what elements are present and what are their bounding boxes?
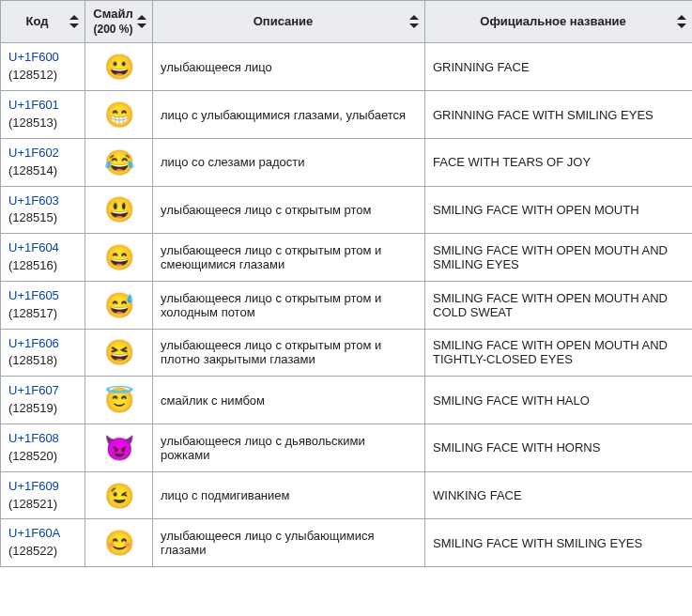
code-hex: U+1F609 <box>8 479 59 493</box>
cell-code: U+1F600(128512) <box>1 43 85 91</box>
cell-emoji: 😊 <box>85 519 153 567</box>
code-dec: (128522) <box>8 544 57 558</box>
cell-description: улыбающееся лицо с открытым ртом и плотн… <box>153 329 425 377</box>
col-header-emoji-label: Смайл <box>93 7 132 21</box>
col-header-code-label: Код <box>26 14 49 28</box>
cell-description: лицо с улыбающимися глазами, улыбается <box>153 91 425 139</box>
cell-code: U+1F602(128514) <box>1 138 85 186</box>
code-dec: (128520) <box>8 449 57 463</box>
table-row: U+1F608(128520)😈улыбающееся лицо с дьяво… <box>1 424 693 471</box>
cell-code: U+1F606(128518) <box>1 329 85 377</box>
cell-official-name: SMILING FACE WITH OPEN MOUTH AND SMILING… <box>425 234 693 282</box>
cell-description: улыбающееся лицо с открытым ртом и холод… <box>153 281 425 329</box>
code-dec: (128516) <box>8 258 57 272</box>
table-row: U+1F604(128516)😄улыбающееся лицо с откры… <box>1 234 693 282</box>
cell-description: смайлик с нимбом <box>153 377 425 424</box>
code-hex: U+1F602 <box>8 146 59 160</box>
cell-code: U+1F609(128521) <box>1 471 85 519</box>
cell-emoji: 😅 <box>85 281 153 329</box>
col-header-name-label: Официальное название <box>480 14 625 28</box>
table-row: U+1F601(128513)😁лицо с улыбающимися глаз… <box>1 91 693 139</box>
cell-official-name: WINKING FACE <box>425 471 693 519</box>
cell-emoji: 😁 <box>85 91 153 139</box>
code-dec: (128519) <box>8 401 57 415</box>
cell-official-name: SMILING FACE WITH HORNS <box>425 424 693 471</box>
cell-description: улыбающееся лицо с улыбающимися глазами <box>153 519 425 567</box>
cell-emoji: 😂 <box>85 138 153 186</box>
code-hex: U+1F603 <box>8 193 59 208</box>
cell-code: U+1F607(128519) <box>1 377 85 424</box>
emoji-table: Код Смайл (200 %) Описание Официальное н… <box>0 0 692 567</box>
cell-code: U+1F604(128516) <box>1 234 85 282</box>
table-row: U+1F605(128517)😅улыбающееся лицо с откры… <box>1 281 693 329</box>
cell-description: лицо со слезами радости <box>153 138 425 186</box>
cell-official-name: GRINNING FACE <box>425 43 693 91</box>
table-row: U+1F600(128512)😀улыбающееся лицоGRINNING… <box>1 43 693 91</box>
col-header-code[interactable]: Код <box>1 1 85 43</box>
cell-official-name: SMILING FACE WITH OPEN MOUTH <box>425 186 693 234</box>
code-dec: (128521) <box>8 497 57 511</box>
table-row: U+1F607(128519)😇смайлик с нимбомSMILING … <box>1 377 693 424</box>
cell-description: лицо с подмигиванием <box>153 471 425 519</box>
cell-code: U+1F605(128517) <box>1 281 85 329</box>
cell-official-name: GRINNING FACE WITH SMILING EYES <box>425 91 693 139</box>
cell-description: улыбающееся лицо <box>153 43 425 91</box>
col-header-name[interactable]: Официальное название <box>425 1 693 43</box>
col-header-desc-label: Описание <box>254 14 314 28</box>
cell-official-name: SMILING FACE WITH HALO <box>425 377 693 424</box>
col-header-emoji[interactable]: Смайл (200 %) <box>85 1 153 43</box>
sort-icon[interactable] <box>677 15 686 28</box>
table-row: U+1F609(128521)😉лицо с подмигиваниемWINK… <box>1 471 693 519</box>
cell-emoji: 😄 <box>85 234 153 282</box>
cell-emoji: 😇 <box>85 377 153 424</box>
code-hex: U+1F604 <box>8 240 59 254</box>
code-hex: U+1F60A <box>8 526 60 540</box>
cell-description: улыбающееся лицо с открытым ртом и смеющ… <box>153 234 425 282</box>
table-row: U+1F602(128514)😂лицо со слезами радостиF… <box>1 138 693 186</box>
code-hex: U+1F600 <box>8 50 59 64</box>
code-dec: (128514) <box>8 163 57 177</box>
col-header-desc[interactable]: Описание <box>153 1 425 43</box>
code-hex: U+1F606 <box>8 336 59 350</box>
code-dec: (128518) <box>8 353 57 367</box>
code-hex: U+1F601 <box>8 98 59 112</box>
cell-official-name: SMILING FACE WITH OPEN MOUTH AND COLD SW… <box>425 281 693 329</box>
cell-official-name: FACE WITH TEARS OF JOY <box>425 138 693 186</box>
cell-code: U+1F608(128520) <box>1 424 85 471</box>
sort-icon[interactable] <box>69 15 79 28</box>
col-header-emoji-sub: (200 %) <box>93 23 133 38</box>
cell-code: U+1F603(128515) <box>1 186 85 234</box>
table-row: U+1F606(128518)😆улыбающееся лицо с откры… <box>1 329 693 377</box>
cell-code: U+1F60A(128522) <box>1 519 85 567</box>
cell-emoji: 😃 <box>85 186 153 234</box>
code-hex: U+1F607 <box>8 383 59 397</box>
code-dec: (128513) <box>8 116 57 130</box>
table-row: U+1F60A(128522)😊улыбающееся лицо с улыба… <box>1 519 693 567</box>
code-dec: (128517) <box>8 306 57 320</box>
cell-emoji: 😈 <box>85 424 153 471</box>
cell-description: улыбающееся лицо с дьявольскими рожками <box>153 424 425 471</box>
code-dec: (128515) <box>8 210 57 224</box>
cell-code: U+1F601(128513) <box>1 91 85 139</box>
cell-description: улыбающееся лицо с открытым ртом <box>153 186 425 234</box>
cell-official-name: SMILING FACE WITH OPEN MOUTH AND TIGHTLY… <box>425 329 693 377</box>
cell-emoji: 😉 <box>85 471 153 519</box>
sort-icon[interactable] <box>409 15 419 28</box>
table-row: U+1F603(128515)😃улыбающееся лицо с откры… <box>1 186 693 234</box>
cell-official-name: SMILING FACE WITH SMILING EYES <box>425 519 693 567</box>
code-hex: U+1F605 <box>8 288 59 302</box>
sort-icon[interactable] <box>137 15 146 28</box>
table-header-row: Код Смайл (200 %) Описание Официальное н… <box>1 1 693 43</box>
cell-emoji: 😆 <box>85 329 153 377</box>
cell-emoji: 😀 <box>85 43 153 91</box>
code-hex: U+1F608 <box>8 431 59 445</box>
code-dec: (128512) <box>8 68 57 82</box>
